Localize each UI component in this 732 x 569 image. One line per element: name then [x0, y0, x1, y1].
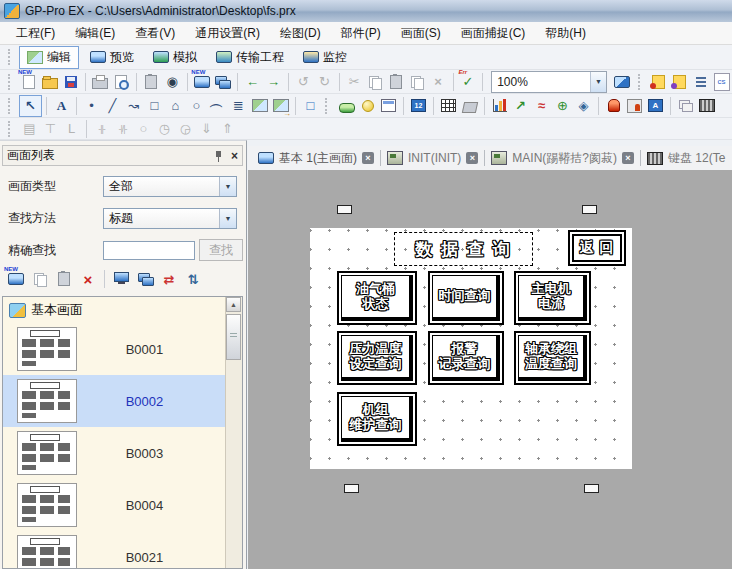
find-button[interactable]: 查找 [199, 239, 243, 261]
pressure-temp-setting-button-object[interactable]: 压力温度 设定查询 [337, 331, 417, 385]
edit-mode-button[interactable]: 编辑 [19, 46, 79, 69]
screen-list-item[interactable]: B0001 [3, 323, 242, 375]
polygon-tool-button[interactable]: ⌂ [165, 96, 186, 116]
simulate-mode-button[interactable]: 模拟 [145, 46, 205, 69]
switch-part-button[interactable] [336, 96, 357, 116]
sampling-part-button[interactable]: ⊕ [552, 96, 573, 116]
rectangle-tool-button[interactable]: □ [144, 96, 165, 116]
line-tool-button[interactable]: ╱ [102, 96, 123, 116]
print-button[interactable] [90, 72, 111, 92]
screen-list-item[interactable]: B0003 [3, 427, 242, 479]
text-tool-button[interactable]: A [51, 96, 72, 116]
trend-graph-part-button[interactable]: ≈ [531, 96, 552, 116]
alarm-record-query-button-object[interactable]: 报警 记录查询 [428, 331, 504, 385]
window-part-button[interactable] [675, 96, 696, 116]
data-display-part-button[interactable] [378, 96, 399, 116]
menu-screen[interactable]: 画面(S) [391, 22, 451, 45]
screen-list-item-selected[interactable]: B0002 [3, 375, 242, 427]
next-screen-button[interactable]: → [263, 72, 284, 92]
selection-handle[interactable] [582, 205, 597, 214]
return-button-object[interactable]: 返 回 [568, 230, 626, 266]
monitor-mode-button[interactable]: 监控 [295, 46, 355, 69]
tab-base-1[interactable]: 基本 1(主画面) × [252, 150, 380, 167]
list-new-screen-button[interactable]: NEW [4, 269, 28, 289]
selection-handle[interactable] [584, 484, 599, 493]
tab-init[interactable]: INIT(INIT) × [381, 151, 484, 165]
move-down-button[interactable]: ⇓ [196, 119, 217, 139]
previous-screen-button[interactable]: ← [242, 72, 263, 92]
line-graph-part-button[interactable]: ↗ [510, 96, 531, 116]
tag-tool-button[interactable]: L [61, 119, 82, 139]
ellipse-tool-button[interactable]: ○ [186, 96, 207, 116]
paste-special-button[interactable] [407, 72, 428, 92]
duplicate-screen-button[interactable] [212, 72, 233, 92]
cs-tool-button[interactable]: cs [711, 72, 732, 92]
main-motor-current-button-object[interactable]: 主电机 电流 [514, 271, 591, 325]
pin-icon[interactable] [213, 150, 225, 162]
scroll-up-button[interactable]: ▲ [226, 297, 241, 312]
keyboard-part-button[interactable] [696, 96, 717, 116]
label-tool-button[interactable]: ⊤ [40, 119, 61, 139]
lamp-part-button[interactable] [357, 96, 378, 116]
tree-root-base-screens[interactable]: 基本画面 [3, 297, 242, 323]
screen-convert-button[interactable]: ⇄ [157, 269, 181, 289]
import-image-button[interactable] [270, 96, 291, 116]
list-delete-button[interactable]: × [76, 269, 100, 289]
counter-button[interactable]: ◶ [175, 119, 196, 139]
search-method-select[interactable]: 标题 ▼ [103, 208, 237, 229]
unit-maintenance-query-button-object[interactable]: 机组 维护查询 [337, 392, 417, 446]
arc-tool-button[interactable]: ( [207, 96, 228, 116]
redo-button[interactable]: ↻ [314, 72, 335, 92]
screen-type-select[interactable]: 全部 ▼ [103, 176, 237, 197]
menu-help[interactable]: 帮助(H) [535, 22, 596, 45]
data-grid-part-button[interactable] [438, 96, 459, 116]
menu-screen-capture[interactable]: 画面捕捉(C) [451, 22, 536, 45]
timer-button[interactable]: ◷ [154, 119, 175, 139]
menu-draw[interactable]: 绘图(D) [270, 22, 331, 45]
screen-step-button[interactable]: ⇅ [181, 269, 205, 289]
scrollbar-thumb[interactable] [226, 314, 241, 360]
delete-button[interactable]: × [428, 72, 449, 92]
transfer-settings-button[interactable] [690, 72, 711, 92]
display-monitor-button[interactable] [109, 269, 133, 289]
date-display-part-button[interactable]: 12 [408, 96, 429, 116]
tab-main[interactable]: MAIN(踢鞯拮?阂菽) × [485, 150, 640, 167]
chevron-down-icon[interactable]: ▼ [219, 209, 236, 228]
list-scrollbar[interactable]: ▲ [225, 297, 242, 568]
alarm-part-button[interactable] [603, 96, 624, 116]
panel-close-icon[interactable]: × [231, 151, 238, 161]
oil-tank-status-button-object[interactable]: 油气桶 状态 [337, 271, 417, 325]
menu-project[interactable]: 工程(F) [6, 22, 65, 45]
print-preview-button[interactable] [111, 72, 132, 92]
new-screen-button[interactable]: NEW [191, 72, 212, 92]
scale-tool-button[interactable]: ≣ [228, 96, 249, 116]
screen-list-item[interactable]: B0021 [3, 531, 242, 569]
new-file-button[interactable]: NEW [18, 72, 39, 92]
screen-copy-button[interactable] [133, 269, 157, 289]
preview-mode-button[interactable]: 预览 [82, 46, 142, 69]
error-check-button[interactable]: ✓Err [457, 72, 478, 92]
picture-display-part-button[interactable] [624, 96, 645, 116]
special-data-part-button[interactable]: ◈ [573, 96, 594, 116]
place-image-button[interactable] [249, 96, 270, 116]
tab-close-icon[interactable]: × [362, 152, 374, 164]
bar-graph-part-button[interactable] [489, 96, 510, 116]
menu-common-settings[interactable]: 通用设置(R) [185, 22, 270, 45]
open-file-button[interactable] [39, 72, 60, 92]
screen-title-text-object[interactable]: 数 据 查 询 [394, 232, 533, 266]
cut-button[interactable]: ✂ [344, 72, 365, 92]
table-tool-button[interactable]: □ [300, 96, 321, 116]
chevron-down-icon[interactable]: ▼ [219, 177, 236, 196]
menu-view[interactable]: 查看(V) [125, 22, 185, 45]
coil-button[interactable]: ○ [133, 119, 154, 139]
message-display-part-button[interactable]: A [645, 96, 666, 116]
contact-no-button[interactable]: -||- [91, 119, 112, 139]
dot-tool-button[interactable]: • [81, 96, 102, 116]
screen-capture-button[interactable]: ◉ [162, 72, 183, 92]
move-up-button[interactable]: ⇑ [217, 119, 238, 139]
select-tool-button[interactable]: ↖ [19, 95, 42, 117]
design-surface[interactable]: 数 据 查 询 返 回 油气桶 状态 时间查询 [310, 228, 632, 469]
transfer-receive-button[interactable] [669, 72, 690, 92]
selection-handle[interactable] [337, 205, 352, 214]
list-copy-button[interactable] [28, 269, 52, 289]
